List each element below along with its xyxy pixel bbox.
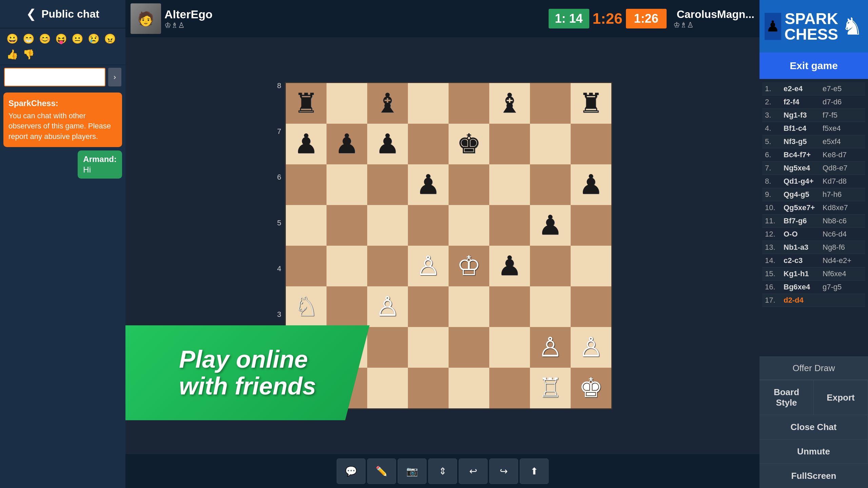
- fullscreen-button[interactable]: FullScreen: [760, 464, 868, 488]
- chess-horse-icon: ♞: [842, 13, 863, 40]
- move-num-16: 16.: [765, 283, 782, 291]
- emoji-btn-2[interactable]: 😊: [38, 32, 52, 46]
- cell-a5[interactable]: [286, 205, 327, 246]
- chat-control-btn[interactable]: 💬: [337, 459, 366, 484]
- camera-control-btn[interactable]: 📷: [398, 459, 427, 484]
- move-row-1: 1. e2-e4 e7-e5: [762, 82, 865, 96]
- cell-e2[interactable]: [449, 327, 489, 368]
- cell-f4[interactable]: ♟: [489, 246, 530, 286]
- cell-c7[interactable]: ♟: [367, 124, 408, 164]
- move-w-6: Bc4-f7+: [784, 150, 821, 159]
- cell-f6[interactable]: [489, 164, 530, 205]
- move-num-9: 9.: [765, 190, 782, 199]
- cell-h7[interactable]: [571, 124, 611, 164]
- cell-f7[interactable]: [489, 124, 530, 164]
- cell-d2[interactable]: [408, 327, 449, 368]
- cell-c8[interactable]: ♝: [367, 83, 408, 124]
- cell-d1[interactable]: [408, 368, 449, 408]
- flip-control-btn[interactable]: ⇕: [428, 459, 457, 484]
- board-area: 🧑 AlterEgo ♔♗♙ 1: 14 1:26 1:26 CarolusMa…: [125, 0, 760, 488]
- exit-game-button[interactable]: Exit game: [760, 53, 868, 79]
- cell-h4[interactable]: [571, 246, 611, 286]
- cell-c4[interactable]: [367, 246, 408, 286]
- cell-g1[interactable]: ♖: [530, 368, 571, 408]
- forward-control-btn[interactable]: ↪: [489, 459, 518, 484]
- cell-d3[interactable]: [408, 286, 449, 327]
- chat-send-button[interactable]: ›: [108, 68, 121, 86]
- cell-d5[interactable]: [408, 205, 449, 246]
- avatar-image: 🧑: [131, 3, 161, 34]
- cell-f3[interactable]: [489, 286, 530, 327]
- piece-c8: ♝: [375, 90, 400, 117]
- move-b-7: Qd8-e7: [823, 164, 860, 172]
- emoji-btn-8[interactable]: 👎: [21, 47, 36, 61]
- board-style-button[interactable]: Board Style: [760, 380, 814, 415]
- emoji-btn-6[interactable]: 😠: [103, 32, 117, 46]
- offer-draw-button[interactable]: Offer Draw: [760, 357, 868, 380]
- cell-f1[interactable]: [489, 368, 530, 408]
- cell-a7[interactable]: ♟: [286, 124, 327, 164]
- cell-f8[interactable]: ♝: [489, 83, 530, 124]
- cell-g7[interactable]: [530, 124, 571, 164]
- cell-b7[interactable]: ♟: [327, 124, 367, 164]
- emoji-btn-4[interactable]: 😐: [70, 32, 85, 46]
- cell-g8[interactable]: [530, 83, 571, 124]
- cell-g3[interactable]: [530, 286, 571, 327]
- cell-f5[interactable]: [489, 205, 530, 246]
- cell-e6[interactable]: [449, 164, 489, 205]
- edit-control-btn[interactable]: ✏️: [367, 459, 396, 484]
- chat-input[interactable]: [4, 68, 105, 86]
- chat-back-button[interactable]: ❮: [26, 7, 36, 21]
- cell-c3[interactable]: ♙: [367, 286, 408, 327]
- cell-c6[interactable]: [367, 164, 408, 205]
- cell-d7[interactable]: [408, 124, 449, 164]
- top-bar: 🧑 AlterEgo ♔♗♙ 1: 14 1:26 1:26 CarolusMa…: [125, 0, 760, 37]
- cell-c2[interactable]: [367, 327, 408, 368]
- cell-h3[interactable]: [571, 286, 611, 327]
- cell-d4[interactable]: ♙: [408, 246, 449, 286]
- emoji-btn-7[interactable]: 👍: [5, 47, 20, 61]
- cell-e8[interactable]: [449, 83, 489, 124]
- emoji-btn-5[interactable]: 😢: [86, 32, 101, 46]
- cell-a6[interactable]: [286, 164, 327, 205]
- cell-h6[interactable]: ♟: [571, 164, 611, 205]
- cell-e5[interactable]: [449, 205, 489, 246]
- export-button[interactable]: Export: [814, 380, 868, 415]
- cell-g4[interactable]: [530, 246, 571, 286]
- cell-h8[interactable]: ♜: [571, 83, 611, 124]
- cell-h5[interactable]: [571, 205, 611, 246]
- move-b-4: f5xe4: [823, 124, 860, 133]
- cell-g6[interactable]: [530, 164, 571, 205]
- close-chat-button[interactable]: Close Chat: [760, 415, 868, 439]
- timer-left: 1: 14: [549, 9, 589, 28]
- cell-b4[interactable]: [327, 246, 367, 286]
- unmute-button[interactable]: Unmute: [760, 439, 868, 464]
- cell-e4[interactable]: ♔: [449, 246, 489, 286]
- cell-c5[interactable]: [367, 205, 408, 246]
- up-control-btn[interactable]: ⬆: [520, 459, 549, 484]
- cell-e7[interactable]: ♚: [449, 124, 489, 164]
- cell-h2[interactable]: ♙: [571, 327, 611, 368]
- cell-d8[interactable]: [408, 83, 449, 124]
- cell-a3[interactable]: ♘: [286, 286, 327, 327]
- cell-h1[interactable]: ♚: [571, 368, 611, 408]
- piece-c3: ♙: [375, 293, 400, 320]
- piece-g2: ♙: [538, 334, 563, 361]
- cell-b6[interactable]: [327, 164, 367, 205]
- emoji-btn-3[interactable]: 😝: [54, 32, 68, 46]
- cell-e3[interactable]: [449, 286, 489, 327]
- cell-b8[interactable]: [327, 83, 367, 124]
- cell-a4[interactable]: [286, 246, 327, 286]
- cell-c1[interactable]: [367, 368, 408, 408]
- cell-g5[interactable]: ♟: [530, 205, 571, 246]
- cell-b5[interactable]: [327, 205, 367, 246]
- cell-g2[interactable]: ♙: [530, 327, 571, 368]
- back-control-btn[interactable]: ↩: [459, 459, 488, 484]
- cell-f2[interactable]: [489, 327, 530, 368]
- emoji-btn-1[interactable]: 😁: [21, 32, 36, 46]
- cell-b3[interactable]: [327, 286, 367, 327]
- cell-d6[interactable]: ♟: [408, 164, 449, 205]
- cell-e1[interactable]: [449, 368, 489, 408]
- emoji-btn-0[interactable]: 😀: [5, 32, 20, 46]
- cell-a8[interactable]: ♜: [286, 83, 327, 124]
